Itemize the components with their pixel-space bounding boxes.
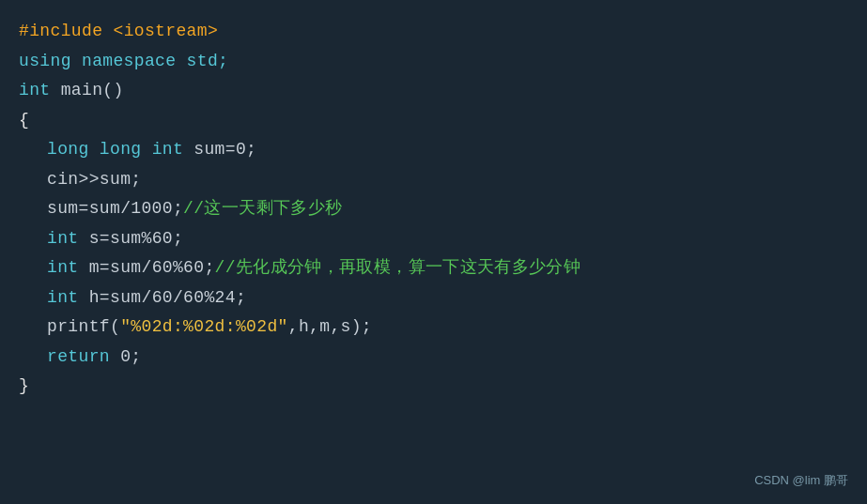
code-line-line1: #include <iostream> <box>19 17 848 47</box>
code-token: sum=sum/1000; <box>47 199 183 218</box>
code-token: { <box>19 111 29 130</box>
code-block: #include <iostream>using namespace std;i… <box>19 17 848 402</box>
code-token: m=sum/60%60; <box>79 258 215 277</box>
code-container: #include <iostream>using namespace std;i… <box>0 0 867 504</box>
code-token: int <box>19 81 51 99</box>
code-line-line14: } <box>19 372 848 402</box>
code-line-line10: int m=sum/60%60;//先化成分钟，再取模，算一下这天有多少分钟 <box>19 253 848 283</box>
code-token: #include <box>19 22 113 40</box>
code-line-line7: cin>>sum; <box>19 165 848 195</box>
code-token: int <box>47 229 79 248</box>
code-line-line13: return 0; <box>19 343 848 373</box>
code-line-line12: printf("%02d:%02d:%02d",h,m,s); <box>19 313 848 343</box>
code-token: } <box>19 376 29 395</box>
code-token: s=sum%60; <box>79 229 184 248</box>
code-line-line3: int main() <box>19 76 848 106</box>
code-token: ,h,m,s); <box>288 317 372 336</box>
code-line-line4: { <box>19 106 848 136</box>
code-token: int <box>47 258 79 277</box>
code-token: 0; <box>110 347 142 366</box>
watermark: CSDN @lim 鹏哥 <box>754 472 848 489</box>
code-line-line9: int s=sum%60; <box>19 224 848 254</box>
code-token: //先化成分钟，再取模，算一下这天有多少分钟 <box>215 258 581 277</box>
code-token: h=sum/60/60%24; <box>79 288 247 307</box>
code-token: int <box>152 140 184 159</box>
code-token: using namespace std; <box>19 52 228 70</box>
code-line-line6: long long int sum=0; <box>19 135 848 165</box>
code-line-line8: sum=sum/1000;//这一天剩下多少秒 <box>19 194 848 224</box>
code-token: sum=0; <box>183 140 256 159</box>
code-token: int <box>47 288 79 307</box>
code-token: return <box>47 347 110 366</box>
code-line-line11: int h=sum/60/60%24; <box>19 283 848 313</box>
code-token: printf( <box>47 317 120 336</box>
code-token: <iostream> <box>113 22 218 40</box>
code-token: //这一天剩下多少秒 <box>183 199 342 218</box>
code-token: main() <box>51 81 124 99</box>
code-token: cin>>sum; <box>47 170 141 189</box>
code-token: long long <box>47 140 152 159</box>
code-token: "%02d:%02d:%02d" <box>120 317 288 336</box>
code-line-line2: using namespace std; <box>19 47 848 77</box>
